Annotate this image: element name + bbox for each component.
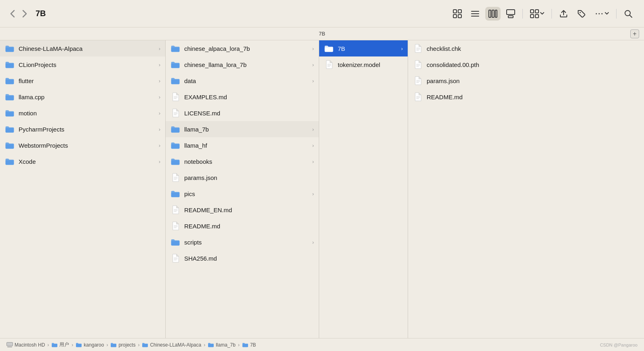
list-item[interactable]: tokenizer.model xyxy=(319,56,408,73)
pathbar: 7B + xyxy=(0,27,644,40)
csdn-badge: CSDN @Pangaroo xyxy=(600,343,638,347)
titlebar: 7B xyxy=(0,0,644,27)
file-icon xyxy=(324,61,334,69)
list-item[interactable]: params.json xyxy=(408,73,644,89)
breadcrumb-item[interactable]: Chinese-LLaMA-Alpaca xyxy=(142,342,201,348)
breadcrumb-item[interactable]: 用户 xyxy=(51,341,69,348)
chevron-right-icon: › xyxy=(159,126,160,132)
svg-rect-7 xyxy=(489,10,491,17)
file-icon xyxy=(413,93,423,101)
tag-button[interactable] xyxy=(574,7,589,21)
breadcrumb-item[interactable]: projects xyxy=(110,342,135,348)
item-name: params.json xyxy=(184,174,314,181)
list-item[interactable]: README_EN.md xyxy=(166,202,319,218)
breadcrumb-separator: › xyxy=(72,342,73,348)
item-name: CLionProjects xyxy=(19,61,157,68)
list-item[interactable]: SHA256.md xyxy=(166,250,319,266)
grid-view-button[interactable] xyxy=(450,7,465,21)
forward-button[interactable] xyxy=(20,8,29,19)
item-name: Chinese-LLaMA-Alpaca xyxy=(19,45,157,52)
folder-icon xyxy=(5,125,15,133)
svg-rect-3 xyxy=(458,15,461,18)
item-name: tokenizer.model xyxy=(338,61,403,68)
breadcrumb-separator: › xyxy=(47,342,49,348)
item-name: motion xyxy=(19,110,157,117)
list-item[interactable]: LICENSE.md xyxy=(166,105,319,121)
list-item[interactable]: EXAMPLES.md xyxy=(166,89,319,105)
list-item[interactable]: llama_hf› xyxy=(166,137,319,153)
breadcrumb-item[interactable]: llama_7b xyxy=(208,342,236,348)
breadcrumb-label: Macintosh HD xyxy=(15,342,45,348)
breadcrumb-item[interactable]: 7B xyxy=(242,342,256,348)
svg-rect-10 xyxy=(507,10,515,15)
chevron-right-icon: › xyxy=(312,239,314,245)
more-button[interactable] xyxy=(591,7,612,21)
list-item[interactable]: checklist.chk xyxy=(408,40,644,56)
list-item[interactable]: PycharmProjects› xyxy=(0,121,165,137)
item-name: consolidated.00.pth xyxy=(427,61,639,68)
list-item[interactable]: llama.cpp› xyxy=(0,89,165,105)
item-name: pics xyxy=(184,190,311,197)
drive-icon xyxy=(6,342,13,347)
column-3: 7B› tokenizer.model xyxy=(319,40,408,338)
list-item[interactable]: Xcode› xyxy=(0,153,165,169)
item-name: llama_7b xyxy=(184,126,311,133)
chevron-right-icon: › xyxy=(159,142,160,148)
share-button[interactable] xyxy=(556,7,571,21)
item-name: README.md xyxy=(427,94,639,100)
chevron-right-icon: › xyxy=(312,191,314,197)
search-button[interactable] xyxy=(621,7,636,21)
list-item[interactable]: params.json xyxy=(166,169,319,186)
column-view-button[interactable] xyxy=(485,7,501,21)
svg-rect-9 xyxy=(495,10,497,17)
nav-buttons xyxy=(8,8,29,19)
breadcrumb-label: 用户 xyxy=(59,341,69,348)
list-item[interactable]: notebooks› xyxy=(166,153,319,169)
list-item[interactable]: consolidated.00.pth xyxy=(408,56,644,73)
svg-point-16 xyxy=(580,12,581,13)
breadcrumb-item[interactable]: kangaroo xyxy=(76,342,104,348)
breadcrumb-item[interactable]: Macintosh HD xyxy=(6,342,45,348)
file-icon xyxy=(170,93,180,101)
gallery-view-button[interactable] xyxy=(503,7,518,21)
list-item[interactable]: motion› xyxy=(0,105,165,121)
statusbar: Macintosh HD›用户›kangaroo›projects›Chines… xyxy=(0,338,644,351)
list-item[interactable]: flutter› xyxy=(0,73,165,89)
list-item[interactable]: data› xyxy=(166,73,319,89)
chevron-right-icon: › xyxy=(312,159,314,165)
list-item[interactable]: Chinese-LLaMA-Alpaca› xyxy=(0,40,165,56)
svg-point-17 xyxy=(596,13,597,14)
list-item[interactable]: CLionProjects› xyxy=(0,56,165,73)
folder-icon xyxy=(170,157,180,165)
pathbar-title: 7B xyxy=(319,31,325,37)
folder-icon xyxy=(76,342,82,347)
folder-icon xyxy=(170,238,180,246)
list-item[interactable]: README.md xyxy=(166,218,319,234)
add-tab-button[interactable]: + xyxy=(630,29,639,38)
chevron-right-icon: › xyxy=(312,142,314,148)
list-item[interactable]: README.md xyxy=(408,89,644,105)
item-name: EXAMPLES.md xyxy=(184,94,314,100)
list-item[interactable]: llama_7b› xyxy=(166,121,319,137)
svg-rect-56 xyxy=(7,347,12,347)
list-item[interactable]: scripts› xyxy=(166,234,319,250)
chevron-right-icon: › xyxy=(159,94,160,100)
list-item[interactable]: chinese_llama_lora_7b› xyxy=(166,56,319,73)
folder-icon xyxy=(142,342,148,347)
folder-icon xyxy=(5,141,15,149)
svg-rect-13 xyxy=(535,10,539,13)
svg-point-19 xyxy=(602,13,603,14)
item-name: data xyxy=(184,77,311,84)
chevron-right-icon: › xyxy=(159,110,160,116)
list-item[interactable]: WebstormProjects› xyxy=(0,137,165,153)
svg-point-18 xyxy=(599,13,600,14)
list-item[interactable]: 7B› xyxy=(319,40,408,56)
group-button[interactable] xyxy=(527,7,547,21)
list-view-button[interactable] xyxy=(467,7,483,21)
list-item[interactable]: pics› xyxy=(166,186,319,202)
list-item[interactable]: chinese_alpaca_lora_7b› xyxy=(166,40,319,56)
folder-icon xyxy=(170,125,180,133)
back-button[interactable] xyxy=(8,8,17,19)
svg-rect-12 xyxy=(530,10,534,13)
folder-icon xyxy=(110,342,117,347)
